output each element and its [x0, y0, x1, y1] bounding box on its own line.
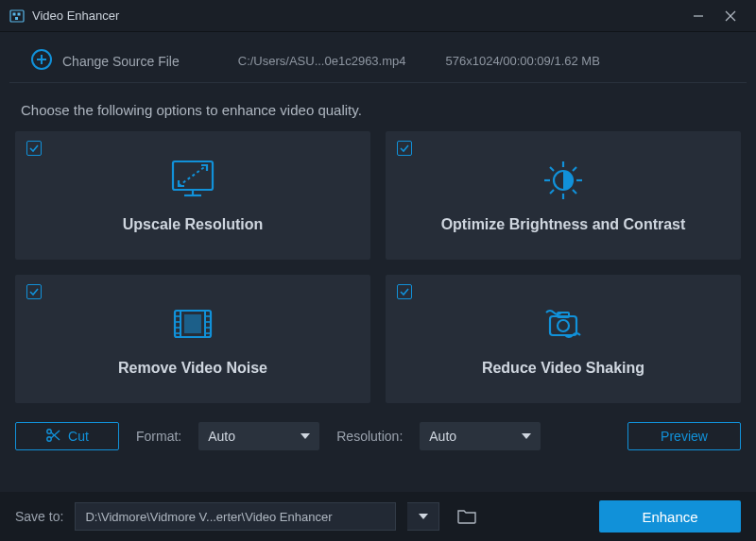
svg-point-39 [47, 436, 51, 440]
svg-line-22 [550, 190, 554, 194]
source-meta: 576x1024/00:00:09/1.62 MB [446, 54, 600, 68]
footer: Save to: D:\Vidmore\Vidmore V...erter\Vi… [0, 492, 756, 541]
save-path-field[interactable]: D:\Vidmore\Vidmore V...erter\Video Enhan… [75, 502, 396, 531]
checkbox-icon[interactable] [26, 284, 42, 299]
app-title: Video Enhancer [32, 8, 119, 23]
svg-line-19 [550, 167, 554, 171]
option-optimize-brightness[interactable]: Optimize Brightness and Contrast [386, 131, 741, 260]
option-remove-noise[interactable]: Remove Video Noise [15, 275, 370, 403]
save-path-dropdown[interactable] [407, 502, 439, 531]
resolution-select[interactable]: Auto [420, 422, 541, 450]
checkbox-icon[interactable] [397, 141, 412, 156]
format-select[interactable]: Auto [198, 422, 319, 450]
change-source-button[interactable]: Change Source File [30, 48, 180, 74]
monitor-upscale-icon [167, 158, 218, 203]
folder-icon [457, 509, 476, 524]
save-path-value: D:\Vidmore\Vidmore V...erter\Video Enhan… [85, 510, 332, 524]
format-label: Format: [136, 429, 181, 444]
svg-point-37 [558, 320, 569, 331]
preview-label: Preview [661, 429, 708, 444]
svg-point-38 [47, 429, 51, 432]
svg-rect-34 [184, 314, 201, 333]
option-label: Upscale Resolution [123, 216, 263, 233]
instruction-text: Choose the following options to enhance … [0, 83, 756, 131]
source-path: C:/Users/ASU...0e1c2963.mp4 [238, 54, 406, 68]
chevron-down-icon [301, 433, 310, 439]
cut-label: Cut [68, 429, 89, 444]
checkbox-icon[interactable] [26, 141, 42, 156]
cut-button[interactable]: Cut [15, 422, 119, 450]
enhance-label: Enhance [642, 509, 697, 525]
minimize-button[interactable] [682, 0, 714, 32]
checkbox-icon[interactable] [397, 284, 412, 299]
save-to-label: Save to: [15, 509, 63, 524]
svg-rect-3 [15, 17, 18, 20]
resolution-label: Resolution: [336, 429, 403, 444]
preview-button[interactable]: Preview [627, 422, 741, 450]
svg-rect-2 [18, 12, 21, 15]
open-folder-button[interactable] [451, 502, 483, 531]
close-button[interactable] [714, 0, 747, 32]
option-label: Optimize Brightness and Contrast [441, 216, 686, 233]
source-row: Change Source File C:/Users/ASU...0e1c29… [9, 40, 747, 83]
resolution-value: Auto [429, 429, 456, 444]
svg-line-11 [179, 165, 207, 186]
svg-rect-1 [13, 12, 16, 15]
svg-rect-0 [10, 10, 24, 22]
option-upscale-resolution[interactable]: Upscale Resolution [15, 131, 370, 260]
option-reduce-shaking[interactable]: Reduce Video Shaking [386, 275, 741, 403]
options-grid: Upscale Resolution Optimize Brightness a… [0, 131, 756, 403]
format-value: Auto [208, 429, 235, 444]
svg-line-21 [573, 167, 576, 171]
chevron-down-icon [522, 433, 531, 439]
svg-line-20 [573, 190, 576, 194]
titlebar: Video Enhancer [0, 0, 756, 32]
scissors-icon [45, 428, 60, 446]
app-icon [9, 8, 25, 24]
film-noise-icon [167, 301, 218, 347]
controls-row: Cut Format: Auto Resolution: Auto Previe… [0, 403, 756, 450]
option-label: Remove Video Noise [118, 360, 267, 377]
enhance-button[interactable]: Enhance [599, 500, 741, 533]
camera-shake-icon [535, 301, 592, 347]
chevron-down-icon [419, 514, 428, 519]
option-label: Reduce Video Shaking [482, 360, 644, 377]
change-source-label: Change Source File [62, 54, 180, 69]
brightness-icon [538, 158, 589, 203]
plus-circle-icon [30, 48, 53, 74]
